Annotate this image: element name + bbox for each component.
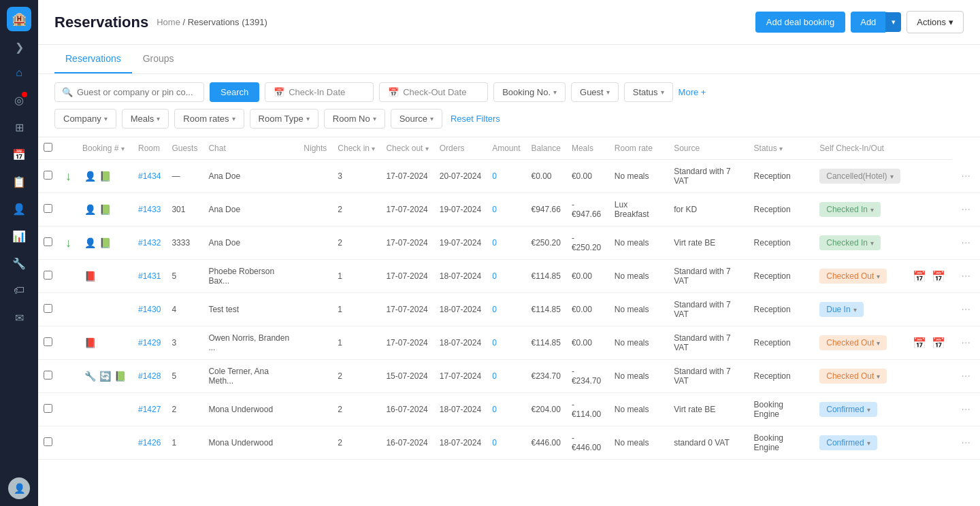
orders-count[interactable]: 0 (487, 360, 525, 393)
status-dropdown-icon[interactable]: ▾ (867, 406, 870, 414)
sidebar-icon-analytics[interactable]: 📊 (7, 224, 31, 248)
sidebar-icon-grid[interactable]: ⊞ (7, 115, 31, 139)
sidebar-icon-guests[interactable]: 👤 (7, 197, 31, 221)
orders-count[interactable]: 0 (487, 426, 525, 460)
row-checkbox[interactable] (44, 171, 52, 180)
row-menu-button[interactable]: ··· (958, 167, 975, 184)
orders-count[interactable]: 0 (487, 326, 525, 360)
refresh-icon[interactable]: 🔄 (97, 369, 112, 384)
select-all-checkbox[interactable] (44, 143, 52, 152)
booking-number[interactable]: #1428 (133, 360, 166, 393)
document-icon[interactable]: 📗 (97, 202, 112, 217)
search-button[interactable]: Search (210, 82, 259, 102)
checkout-calendar-icon[interactable]: 📅 (930, 335, 947, 351)
room-no-filter[interactable]: Room No ▾ (324, 109, 385, 129)
booking-number[interactable]: #1433 (133, 193, 166, 226)
row-checkbox[interactable] (44, 304, 52, 313)
row-menu-button[interactable]: ··· (958, 234, 975, 251)
th-booking[interactable]: Booking # ▾ (77, 137, 133, 160)
checkin-calendar-icon[interactable]: 📅 (911, 335, 928, 351)
meals-filter[interactable]: Meals ▾ (122, 109, 169, 129)
room-rates-filter[interactable]: Room rates ▾ (174, 109, 244, 129)
row-menu-button[interactable]: ··· (958, 334, 975, 351)
sidebar-icon-alerts[interactable]: ◎ (7, 88, 31, 112)
sidebar-icon-home[interactable]: ⌂ (7, 61, 31, 85)
row-checkbox[interactable] (44, 404, 52, 413)
status-badge[interactable]: Checked Out ▾ (819, 369, 887, 384)
booking-number[interactable]: #1430 (133, 293, 166, 326)
reset-filters-link[interactable]: Reset Filters (451, 114, 500, 124)
status-badge[interactable]: Cancelled(Hotel) ▾ (819, 169, 900, 184)
checkin-calendar-icon[interactable]: 📅 (911, 269, 928, 284)
booking-number[interactable]: #1427 (133, 393, 166, 426)
document-red-icon[interactable]: 📕 (82, 269, 97, 284)
document-icon[interactable]: 📗 (97, 235, 112, 250)
status-badge[interactable]: Confirmed ▾ (819, 435, 877, 450)
status-dropdown-icon[interactable]: ▾ (853, 306, 857, 314)
booking-number[interactable]: #1434 (133, 160, 166, 193)
orders-count[interactable]: 0 (487, 226, 525, 260)
sidebar-icon-tags[interactable]: 🏷 (7, 278, 31, 303)
row-menu-button[interactable]: ··· (958, 367, 975, 384)
source-filter[interactable]: Source ▾ (391, 109, 442, 129)
user-avatar[interactable]: 👤 (8, 477, 30, 499)
guest-filter[interactable]: Guest ▾ (571, 82, 619, 102)
th-checkin[interactable]: Check in ▾ (332, 137, 380, 160)
checkin-date-filter[interactable]: 📅 Check-In Date (265, 82, 374, 102)
booking-number[interactable]: #1432 (133, 226, 166, 260)
row-checkbox[interactable] (44, 437, 52, 446)
status-badge[interactable]: Due In ▾ (819, 302, 863, 317)
orders-count[interactable]: 0 (487, 260, 525, 293)
orders-count[interactable]: 0 (487, 293, 525, 326)
row-menu-button[interactable]: ··· (958, 301, 975, 318)
status-badge[interactable]: Checked In ▾ (819, 202, 881, 217)
row-checkbox[interactable] (44, 337, 52, 346)
row-checkbox[interactable] (44, 204, 52, 213)
add-button[interactable]: Add (851, 12, 885, 33)
orders-count[interactable]: 0 (487, 393, 525, 426)
document-icon[interactable]: 📗 (97, 169, 112, 184)
booking-no-filter[interactable]: Booking No. ▾ (493, 82, 566, 102)
status-dropdown-icon[interactable]: ▾ (877, 273, 880, 280)
tab-groups[interactable]: Groups (132, 45, 185, 73)
orders-count[interactable]: 0 (487, 193, 525, 226)
room-type-filter[interactable]: Room Type ▾ (250, 109, 318, 129)
booking-number[interactable]: #1426 (133, 426, 166, 460)
status-dropdown-icon[interactable]: ▾ (877, 373, 880, 380)
status-badge[interactable]: Checked Out ▾ (819, 269, 887, 284)
th-checkout[interactable]: Check out ▾ (380, 137, 434, 160)
sidebar-toggle[interactable]: ❯ (11, 37, 28, 58)
sidebar-icon-messages[interactable]: ✉ (7, 305, 31, 330)
status-dropdown-icon[interactable]: ▾ (867, 439, 870, 447)
status-badge[interactable]: Checked In ▾ (819, 235, 881, 250)
row-menu-button[interactable]: ··· (958, 201, 975, 218)
add-deal-booking-button[interactable]: Add deal booking (755, 12, 845, 33)
row-checkbox[interactable] (44, 237, 52, 246)
th-status[interactable]: Status ▾ (749, 137, 815, 160)
tab-reservations[interactable]: Reservations (54, 45, 132, 73)
checkout-calendar-icon[interactable]: 📅 (930, 269, 947, 284)
search-input[interactable] (77, 87, 197, 97)
row-checkbox[interactable] (44, 371, 52, 380)
sidebar-icon-tools[interactable]: 🔧 (7, 251, 31, 275)
add-dropdown-button[interactable]: ▾ (885, 12, 901, 32)
wrench-icon[interactable]: 🔧 (82, 369, 97, 384)
document-red-icon[interactable]: 📕 (82, 335, 97, 350)
orders-count[interactable]: 0 (487, 160, 525, 193)
status-filter[interactable]: Status ▾ (624, 82, 673, 102)
booking-number[interactable]: #1431 (133, 260, 166, 293)
more-filters-link[interactable]: More + (679, 87, 706, 97)
sidebar-icon-reports[interactable]: 📋 (7, 169, 31, 194)
booking-number[interactable]: #1429 (133, 326, 166, 360)
status-dropdown-icon[interactable]: ▾ (890, 173, 894, 180)
company-filter[interactable]: Company ▾ (54, 109, 116, 129)
actions-button[interactable]: Actions ▾ (906, 11, 964, 33)
document-icon[interactable]: 📗 (112, 369, 127, 384)
row-menu-button[interactable]: ··· (958, 267, 975, 284)
row-menu-button[interactable]: ··· (958, 401, 975, 418)
row-menu-button[interactable]: ··· (958, 434, 975, 451)
row-checkbox[interactable] (44, 271, 52, 280)
breadcrumb-home[interactable]: Home (157, 17, 180, 27)
status-dropdown-icon[interactable]: ▾ (870, 239, 874, 247)
status-badge[interactable]: Checked Out ▾ (819, 335, 887, 350)
